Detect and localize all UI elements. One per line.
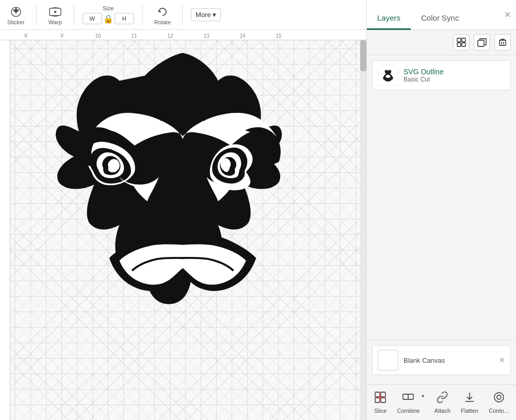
contour-button[interactable]: Conto...: [485, 389, 513, 416]
sticker-label: Sticker: [7, 19, 25, 25]
layer-list: SVG Outline Basic Cut: [367, 55, 516, 340]
svg-rect-6: [462, 43, 465, 46]
svg-point-2: [54, 11, 56, 12]
svg-rect-7: [478, 40, 484, 46]
canvas-scrollbar[interactable]: [360, 40, 366, 420]
divider-1: [36, 5, 37, 25]
lock-icon: 🔒: [103, 14, 114, 24]
size-inputs: Size 🔒: [83, 5, 134, 24]
ruler-mark-11: 11: [131, 33, 137, 39]
blank-canvas-thumbnail: [378, 350, 398, 370]
canvas-area: [0, 30, 366, 420]
more-button[interactable]: More ▾: [191, 8, 221, 21]
slice-icon: [374, 391, 386, 406]
svg-rect-5: [457, 43, 461, 46]
warp-label: Warp: [49, 19, 62, 25]
attach-button[interactable]: Attach: [430, 389, 455, 416]
svg-rect-3: [457, 38, 461, 42]
svg-rect-12: [375, 392, 380, 397]
attach-icon: [436, 391, 448, 406]
slice-button[interactable]: Slice: [370, 389, 391, 416]
svg-rect-4: [462, 38, 465, 42]
rotate-label: Rotate: [154, 19, 171, 25]
attach-label: Attach: [434, 408, 450, 414]
ruler-mark-12: 12: [167, 33, 173, 39]
sticker-tool[interactable]: Sticker: [4, 3, 28, 27]
sticker-icon: [9, 5, 23, 19]
layer-name: SVG Outline: [404, 68, 444, 76]
svg-rect-13: [381, 392, 385, 397]
flatten-button[interactable]: Flatten: [457, 389, 482, 416]
divider-3: [142, 5, 143, 25]
height-input[interactable]: [115, 13, 134, 24]
svg-rect-8: [499, 40, 506, 45]
panel-close-button[interactable]: ✕: [499, 6, 516, 24]
rotate-tool[interactable]: Rotate: [151, 3, 174, 27]
ruler-left: [0, 40, 10, 420]
panel-toolbar: [367, 30, 516, 55]
panel-close-icon: ✕: [504, 10, 511, 19]
combine-button[interactable]: Combine ▾: [393, 389, 428, 416]
tab-layers[interactable]: Layers: [367, 8, 411, 30]
panel-copy-button[interactable]: [474, 34, 490, 51]
rotate-icon: [155, 5, 170, 19]
tab-layers-label: Layers: [377, 13, 400, 22]
ruler-mark-13: 13: [203, 33, 209, 39]
warp-icon: [48, 5, 62, 19]
ruler-mark-9: 9: [60, 33, 63, 39]
svg-rect-19: [408, 394, 413, 399]
svg-canvas: [10, 40, 360, 420]
more-arrow: ▾: [213, 11, 216, 19]
divider-2: [74, 5, 74, 25]
layer-info: SVG Outline Basic Cut: [404, 68, 444, 83]
svg-point-22: [497, 395, 501, 399]
blank-canvas-item[interactable]: Blank Canvas ✕: [372, 345, 511, 375]
ruler-mark-8: 8: [24, 33, 27, 39]
tab-color-sync[interactable]: Color Sync: [411, 8, 469, 30]
right-panel: Layers Color Sync ✕: [366, 0, 516, 420]
layer-thumbnail: [378, 65, 398, 86]
scrollbar-thumb[interactable]: [360, 40, 366, 71]
divider-4: [182, 5, 183, 25]
ruler-top: 8 9 10 11 12 13 14 15: [0, 30, 366, 40]
svg-rect-18: [403, 394, 408, 399]
svg-rect-14: [375, 398, 380, 402]
flatten-label: Flatten: [461, 408, 478, 414]
combine-label: Combine: [397, 408, 420, 414]
combine-arrow-icon[interactable]: ▾: [422, 393, 424, 399]
panel-bottom-toolbar: Slice Combine ▾ Attach: [367, 384, 516, 420]
layer-type: Basic Cut: [404, 76, 444, 83]
ruler-mark-14: 14: [239, 33, 245, 39]
flatten-icon: [463, 391, 476, 406]
tab-color-sync-label: Color Sync: [421, 13, 459, 22]
panel-tabs: Layers Color Sync ✕: [367, 0, 516, 30]
blank-canvas-close-icon[interactable]: ✕: [499, 356, 505, 364]
warp-tool[interactable]: Warp: [45, 3, 66, 27]
contour-icon: [493, 391, 505, 406]
layer-item-svg-outline[interactable]: SVG Outline Basic Cut: [372, 60, 511, 90]
slice-label: Slice: [374, 408, 386, 414]
blank-canvas-label: Blank Canvas: [404, 357, 445, 364]
more-label: More: [196, 11, 211, 19]
ruler-mark-15: 15: [276, 33, 281, 39]
size-label: Size: [103, 5, 114, 11]
combine-icon: [402, 391, 414, 406]
ruler-mark-10: 10: [95, 33, 101, 39]
width-input[interactable]: [83, 13, 102, 24]
svg-point-21: [494, 393, 504, 402]
panel-add-button[interactable]: [453, 34, 470, 51]
svg-rect-15: [381, 398, 385, 402]
panel-delete-button[interactable]: [494, 34, 511, 51]
contour-label: Conto...: [489, 408, 509, 414]
blank-canvas-area: Blank Canvas ✕: [367, 340, 516, 384]
